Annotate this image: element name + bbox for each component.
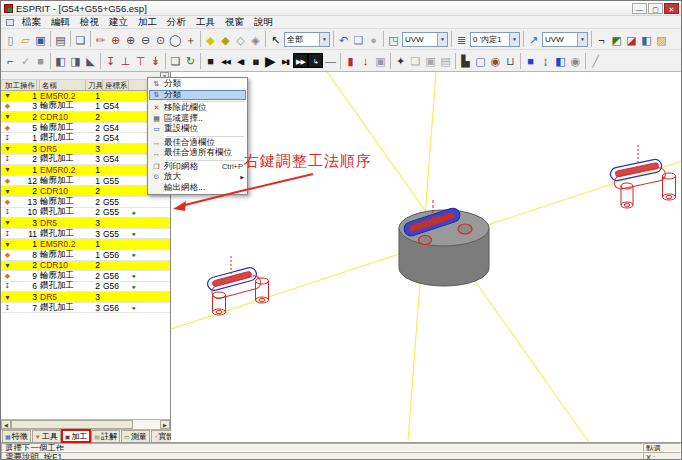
tapping-icon[interactable]: ↡	[148, 52, 163, 69]
sim-fast-forward-icon[interactable]: ▶▶	[293, 53, 308, 68]
context-menu-item-sort-descending[interactable]: ⇅分類	[149, 90, 246, 101]
hole-left[interactable]	[419, 236, 432, 245]
table-row[interactable]: ↧1鑽孔加工2G54	[1, 133, 170, 144]
pan-icon[interactable]: ＋	[183, 31, 198, 48]
import-process-icon[interactable]: ▤	[438, 52, 453, 69]
contouring-icon[interactable]: ◣	[83, 52, 98, 69]
fixture-definition-icon[interactable]: ⊔	[503, 52, 518, 69]
goto-work-plane-dropdown[interactable]: UVW▼	[542, 32, 588, 47]
table-row[interactable]: ↧6鑽孔加工2G56●	[1, 282, 170, 293]
peck-drilling-icon[interactable]: ⊥	[118, 52, 133, 69]
zoom-in-icon[interactable]: ⊕	[123, 31, 138, 48]
table-row[interactable]: ◆3輪廓加工1G54	[1, 102, 170, 113]
sim-pause-icon[interactable]: ▮▮	[248, 52, 263, 69]
collision-check-icon[interactable]: ↓	[358, 52, 373, 69]
zoom-window-icon[interactable]: ⊕	[108, 31, 123, 48]
regenerate-icon[interactable]: ↻	[183, 52, 198, 69]
op-sheet-icon[interactable]: ❏	[408, 52, 423, 69]
zoom-previous-icon[interactable]: ⊙	[153, 31, 168, 48]
sim-step-forward-icon[interactable]: ▶▮	[278, 52, 293, 69]
tab-特徵[interactable]: ▦特徵	[2, 430, 31, 442]
table-row[interactable]: ↧10鑽孔加工2G55●	[1, 208, 170, 219]
sim-step-back-icon[interactable]: ◀▮	[233, 52, 248, 69]
sim-stop-icon[interactable]: ■	[203, 52, 218, 69]
stop-op-icon[interactable]: ■	[33, 52, 48, 69]
column-header-coord[interactable]: 座標系	[103, 80, 129, 90]
print-icon[interactable]: ▤	[53, 31, 68, 48]
active-layer-dropdown[interactable]: 0 '內定1▼	[470, 32, 520, 47]
tool-manager-icon[interactable]: ✦	[393, 52, 408, 69]
chevron-down-icon[interactable]: ▼	[437, 33, 447, 46]
menu-item-8[interactable]: 視窗	[220, 16, 249, 28]
stock-definition-icon[interactable]: ▢	[473, 52, 488, 69]
ellipse-select-icon[interactable]: ◯	[168, 31, 183, 48]
menu-item-7[interactable]: 工具	[191, 16, 220, 28]
face-milling-icon[interactable]: ◧	[53, 52, 68, 69]
hidden-line-view-icon[interactable]: ◈	[248, 31, 263, 48]
context-menu-item-best-fit-all-columns[interactable]: ↔最佳合適所有欄位	[149, 148, 246, 159]
zoom-out-icon[interactable]: ⊖	[138, 31, 153, 48]
chevron-down-icon[interactable]: ▼	[509, 33, 519, 46]
save-file-icon[interactable]: ▣	[33, 31, 48, 48]
boring-icon[interactable]: ⊤	[133, 52, 148, 69]
shaded-view-icon[interactable]: ◆	[203, 31, 218, 48]
menu-item-6[interactable]: 分析	[162, 16, 191, 28]
column-header-name[interactable]: 名稱	[40, 80, 86, 90]
sim-range-icon[interactable]: —	[323, 52, 338, 69]
thermometer-icon[interactable]: ▮	[343, 52, 358, 69]
column-header-tool[interactable]: 刀具#	[86, 80, 103, 90]
horizontal-scrollbar[interactable]: ◀ ▶	[1, 419, 170, 429]
work-plane-dropdown[interactable]: UVW▼	[402, 32, 448, 47]
record-icon[interactable]: ●	[366, 31, 381, 48]
new-file-icon[interactable]: ▯	[3, 31, 18, 48]
turning-tool-icon[interactable]: ⌐	[3, 52, 18, 69]
menu-item-9[interactable]: 說明	[249, 16, 278, 28]
maximize-button[interactable]: ▢	[648, 3, 663, 14]
clipboard-pages-icon[interactable]: ❏	[351, 31, 366, 48]
context-menu-item-export-grid[interactable]: 輸出網格...	[149, 183, 246, 194]
column-header-operation[interactable]: 加工操作▲	[1, 80, 40, 90]
table-row[interactable]: ◆8輪廓加工1G56●	[1, 250, 170, 261]
menu-item-5[interactable]: 加工	[133, 16, 162, 28]
menu-item-3[interactable]: 檢視	[75, 16, 104, 28]
copy-properties-icon[interactable]: ❏	[73, 31, 88, 48]
chevron-down-icon[interactable]: ▼	[577, 33, 587, 46]
machine-definition-icon[interactable]: ▙	[458, 52, 473, 69]
undo-icon[interactable]: ↶	[336, 31, 351, 48]
table-row[interactable]: ↧7鑽孔加工3G56●	[1, 303, 170, 314]
tab-加工[interactable]: ▣加工	[62, 430, 91, 442]
sim-play-icon[interactable]: ▶	[263, 52, 278, 69]
stock-container-icon[interactable]: ◉	[568, 52, 583, 69]
toolpath-group-left[interactable]	[206, 256, 268, 315]
assembly-cubes-icon[interactable]: ◪	[624, 31, 639, 48]
layers-icon[interactable]: ≣	[454, 31, 469, 48]
menu-item-2[interactable]: 編輯	[46, 16, 75, 28]
scroll-right-icon[interactable]: ▶	[160, 420, 170, 429]
tab-測量[interactable]: ▭測量	[121, 430, 150, 442]
wireframe-view-icon[interactable]: ◇	[233, 31, 248, 48]
scrollbar-track[interactable]	[11, 420, 160, 429]
solid-cubes-icon[interactable]: ◩	[609, 31, 624, 48]
sim-to-start-icon[interactable]: ◀◀	[218, 52, 233, 69]
close-button[interactable]: ✕	[664, 3, 679, 14]
open-file-icon[interactable]: ▱	[18, 31, 33, 48]
hole-right[interactable]	[458, 224, 472, 234]
drilling-icon[interactable]: ↧	[103, 52, 118, 69]
context-menu-item-reset-column[interactable]: ▭重設欄位	[149, 124, 246, 135]
sim-to-end-icon[interactable]: ↳	[308, 53, 323, 68]
minimize-button[interactable]: —	[632, 3, 647, 14]
table-row[interactable]: ◆12輪廓加工1G55	[1, 176, 170, 187]
diagonal-needle-icon[interactable]: ╱	[588, 52, 603, 69]
menu-item-1[interactable]: 檔案	[17, 16, 46, 28]
machine-corner-icon[interactable]: ¬	[594, 31, 609, 48]
stock-transfer-icon[interactable]: ↨	[538, 52, 553, 69]
shaded-edge-view-icon[interactable]: ◆	[218, 31, 233, 48]
tab-註解[interactable]: ▤註解	[91, 430, 120, 442]
table-row[interactable]: ↧2鑽孔加工3G54	[1, 155, 170, 166]
chevron-down-icon[interactable]: ▼	[319, 33, 329, 46]
toolpath-group-right[interactable]	[609, 145, 675, 208]
section-view-icon[interactable]: ◧	[553, 52, 568, 69]
mdi-child-icon[interactable]	[6, 19, 14, 26]
workpiece-solid[interactable]	[399, 200, 489, 286]
select-cursor-icon[interactable]: ↖	[268, 31, 283, 48]
